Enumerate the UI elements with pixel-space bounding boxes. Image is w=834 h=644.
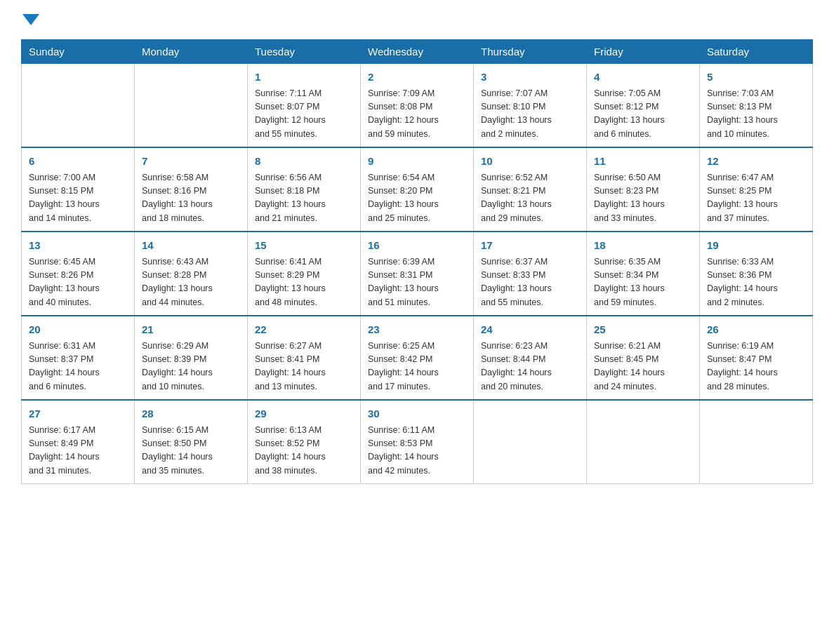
day-number: 9 <box>368 154 466 170</box>
calendar-cell: 3Sunrise: 7:07 AM Sunset: 8:10 PM Daylig… <box>474 64 587 148</box>
day-number: 14 <box>142 238 240 254</box>
day-info: Sunrise: 6:27 AM Sunset: 8:41 PM Dayligh… <box>255 340 353 394</box>
day-info: Sunrise: 7:05 AM Sunset: 8:12 PM Dayligh… <box>594 87 692 142</box>
calendar-cell: 11Sunrise: 6:50 AM Sunset: 8:23 PM Dayli… <box>587 147 700 232</box>
calendar-cell: 19Sunrise: 6:33 AM Sunset: 8:36 PM Dayli… <box>700 232 813 316</box>
day-number: 20 <box>29 322 127 338</box>
day-number: 27 <box>29 406 127 422</box>
day-info: Sunrise: 6:43 AM Sunset: 8:28 PM Dayligh… <box>142 255 240 310</box>
day-info: Sunrise: 6:25 AM Sunset: 8:42 PM Dayligh… <box>368 340 466 394</box>
calendar-cell: 28Sunrise: 6:15 AM Sunset: 8:50 PM Dayli… <box>135 400 248 484</box>
calendar-cell: 20Sunrise: 6:31 AM Sunset: 8:37 PM Dayli… <box>22 316 135 400</box>
day-info: Sunrise: 6:52 AM Sunset: 8:21 PM Dayligh… <box>481 171 579 226</box>
calendar-cell: 16Sunrise: 6:39 AM Sunset: 8:31 PM Dayli… <box>361 232 474 316</box>
day-number: 8 <box>255 154 353 170</box>
day-info: Sunrise: 6:50 AM Sunset: 8:23 PM Dayligh… <box>594 171 692 226</box>
day-number: 2 <box>368 69 466 86</box>
calendar-cell <box>587 400 700 484</box>
calendar-cell: 15Sunrise: 6:41 AM Sunset: 8:29 PM Dayli… <box>248 232 361 316</box>
day-info: Sunrise: 6:37 AM Sunset: 8:33 PM Dayligh… <box>481 255 579 310</box>
calendar-cell <box>474 400 587 484</box>
day-of-week-header: Friday <box>587 40 700 64</box>
day-info: Sunrise: 6:21 AM Sunset: 8:45 PM Dayligh… <box>594 340 692 394</box>
calendar-cell: 25Sunrise: 6:21 AM Sunset: 8:45 PM Dayli… <box>587 316 700 400</box>
day-number: 10 <box>481 154 579 170</box>
day-of-week-header: Tuesday <box>248 40 361 64</box>
day-number: 19 <box>707 238 805 254</box>
day-info: Sunrise: 6:56 AM Sunset: 8:18 PM Dayligh… <box>255 171 353 226</box>
day-info: Sunrise: 6:17 AM Sunset: 8:49 PM Dayligh… <box>29 424 127 478</box>
day-number: 4 <box>594 69 692 86</box>
day-number: 17 <box>481 238 579 254</box>
day-info: Sunrise: 6:23 AM Sunset: 8:44 PM Dayligh… <box>481 340 579 394</box>
calendar-cell: 4Sunrise: 7:05 AM Sunset: 8:12 PM Daylig… <box>587 64 700 148</box>
calendar-cell: 8Sunrise: 6:56 AM Sunset: 8:18 PM Daylig… <box>248 147 361 232</box>
calendar-cell <box>135 64 248 148</box>
day-number: 1 <box>255 69 353 86</box>
calendar-cell: 29Sunrise: 6:13 AM Sunset: 8:52 PM Dayli… <box>248 400 361 484</box>
day-info: Sunrise: 7:03 AM Sunset: 8:13 PM Dayligh… <box>707 87 805 142</box>
day-info: Sunrise: 7:00 AM Sunset: 8:15 PM Dayligh… <box>29 171 127 226</box>
calendar-cell: 12Sunrise: 6:47 AM Sunset: 8:25 PM Dayli… <box>700 147 813 232</box>
day-info: Sunrise: 6:29 AM Sunset: 8:39 PM Dayligh… <box>142 340 240 394</box>
calendar-week-row: 6Sunrise: 7:00 AM Sunset: 8:15 PM Daylig… <box>22 147 813 232</box>
day-number: 24 <box>481 322 579 338</box>
calendar-cell <box>700 400 813 484</box>
calendar-cell: 22Sunrise: 6:27 AM Sunset: 8:41 PM Dayli… <box>248 316 361 400</box>
day-number: 26 <box>707 322 805 338</box>
calendar-cell: 17Sunrise: 6:37 AM Sunset: 8:33 PM Dayli… <box>474 232 587 316</box>
day-of-week-header: Monday <box>135 40 248 64</box>
day-of-week-header: Sunday <box>22 40 135 64</box>
logo-triangle-icon <box>22 14 39 25</box>
day-number: 11 <box>594 154 692 170</box>
day-info: Sunrise: 6:54 AM Sunset: 8:20 PM Dayligh… <box>368 171 466 226</box>
day-number: 28 <box>142 406 240 422</box>
calendar-cell: 24Sunrise: 6:23 AM Sunset: 8:44 PM Dayli… <box>474 316 587 400</box>
calendar-cell: 5Sunrise: 7:03 AM Sunset: 8:13 PM Daylig… <box>700 64 813 148</box>
calendar-cell: 30Sunrise: 6:11 AM Sunset: 8:53 PM Dayli… <box>361 400 474 484</box>
logo <box>21 14 39 25</box>
calendar-week-row: 13Sunrise: 6:45 AM Sunset: 8:26 PM Dayli… <box>22 232 813 316</box>
day-number: 22 <box>255 322 353 338</box>
day-info: Sunrise: 6:45 AM Sunset: 8:26 PM Dayligh… <box>29 255 127 310</box>
day-of-week-header: Wednesday <box>361 40 474 64</box>
day-number: 16 <box>368 238 466 254</box>
calendar-cell: 10Sunrise: 6:52 AM Sunset: 8:21 PM Dayli… <box>474 147 587 232</box>
calendar-cell <box>22 64 135 148</box>
day-of-week-header: Thursday <box>474 40 587 64</box>
day-number: 5 <box>707 69 805 86</box>
calendar-week-row: 1Sunrise: 7:11 AM Sunset: 8:07 PM Daylig… <box>22 64 813 148</box>
day-number: 21 <box>142 322 240 338</box>
calendar-week-row: 27Sunrise: 6:17 AM Sunset: 8:49 PM Dayli… <box>22 400 813 484</box>
calendar-body: 1Sunrise: 7:11 AM Sunset: 8:07 PM Daylig… <box>22 64 813 484</box>
calendar-cell: 2Sunrise: 7:09 AM Sunset: 8:08 PM Daylig… <box>361 64 474 148</box>
days-of-week-row: SundayMondayTuesdayWednesdayThursdayFrid… <box>22 40 813 64</box>
day-number: 30 <box>368 406 466 422</box>
day-info: Sunrise: 7:11 AM Sunset: 8:07 PM Dayligh… <box>255 87 353 142</box>
calendar-cell: 14Sunrise: 6:43 AM Sunset: 8:28 PM Dayli… <box>135 232 248 316</box>
day-number: 23 <box>368 322 466 338</box>
calendar-cell: 26Sunrise: 6:19 AM Sunset: 8:47 PM Dayli… <box>700 316 813 400</box>
calendar-cell: 21Sunrise: 6:29 AM Sunset: 8:39 PM Dayli… <box>135 316 248 400</box>
calendar-cell: 1Sunrise: 7:11 AM Sunset: 8:07 PM Daylig… <box>248 64 361 148</box>
calendar-cell: 7Sunrise: 6:58 AM Sunset: 8:16 PM Daylig… <box>135 147 248 232</box>
day-info: Sunrise: 6:41 AM Sunset: 8:29 PM Dayligh… <box>255 255 353 310</box>
day-info: Sunrise: 6:13 AM Sunset: 8:52 PM Dayligh… <box>255 424 353 478</box>
calendar-cell: 6Sunrise: 7:00 AM Sunset: 8:15 PM Daylig… <box>22 147 135 232</box>
day-number: 7 <box>142 154 240 170</box>
day-info: Sunrise: 7:09 AM Sunset: 8:08 PM Dayligh… <box>368 87 466 142</box>
calendar-week-row: 20Sunrise: 6:31 AM Sunset: 8:37 PM Dayli… <box>22 316 813 400</box>
calendar-cell: 18Sunrise: 6:35 AM Sunset: 8:34 PM Dayli… <box>587 232 700 316</box>
day-info: Sunrise: 6:11 AM Sunset: 8:53 PM Dayligh… <box>368 424 466 478</box>
day-info: Sunrise: 6:35 AM Sunset: 8:34 PM Dayligh… <box>594 255 692 310</box>
day-number: 13 <box>29 238 127 254</box>
day-number: 25 <box>594 322 692 338</box>
calendar-cell: 27Sunrise: 6:17 AM Sunset: 8:49 PM Dayli… <box>22 400 135 484</box>
day-info: Sunrise: 6:31 AM Sunset: 8:37 PM Dayligh… <box>29 340 127 394</box>
calendar-cell: 23Sunrise: 6:25 AM Sunset: 8:42 PM Dayli… <box>361 316 474 400</box>
day-info: Sunrise: 6:15 AM Sunset: 8:50 PM Dayligh… <box>142 424 240 478</box>
day-info: Sunrise: 6:33 AM Sunset: 8:36 PM Dayligh… <box>707 255 805 310</box>
day-info: Sunrise: 6:47 AM Sunset: 8:25 PM Dayligh… <box>707 171 805 226</box>
day-number: 15 <box>255 238 353 254</box>
day-number: 29 <box>255 406 353 422</box>
